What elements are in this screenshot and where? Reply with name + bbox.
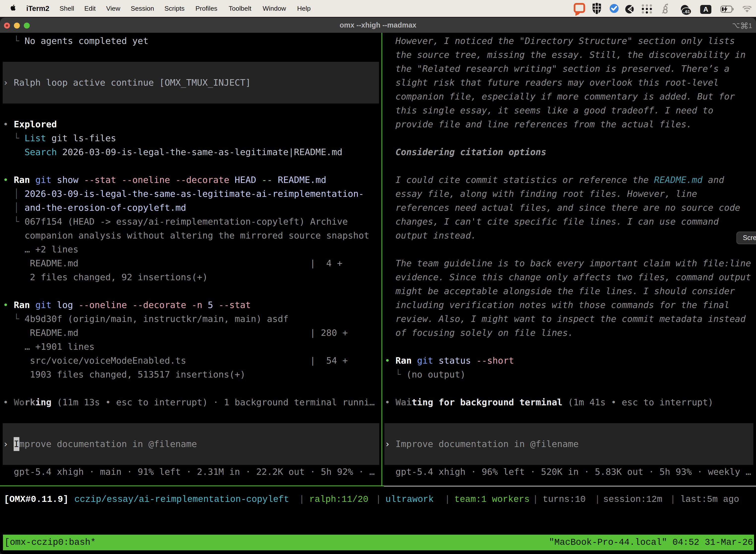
svg-text:1: 1 — [749, 22, 752, 30]
svg-text:..61: ..61 — [683, 9, 690, 14]
